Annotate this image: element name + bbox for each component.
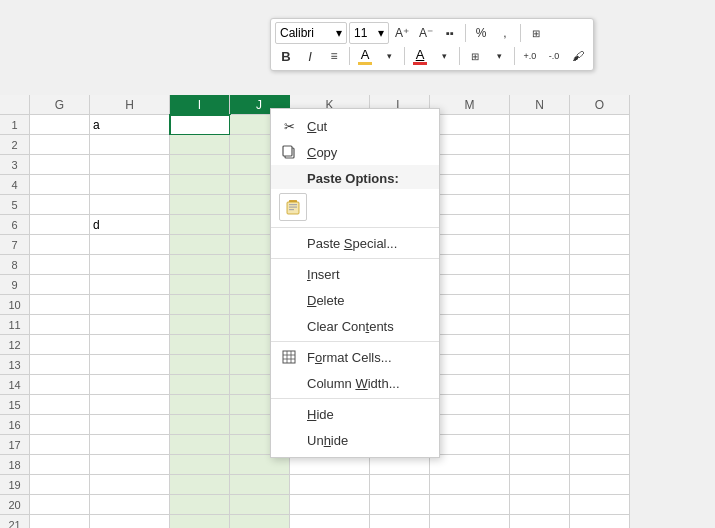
- font-size-selector[interactable]: 11 ▾: [349, 22, 389, 44]
- cell[interactable]: [170, 235, 230, 255]
- row-header[interactable]: 6: [0, 215, 30, 235]
- row-header[interactable]: 18: [0, 455, 30, 475]
- menu-item-format-cells[interactable]: Format Cells...: [271, 344, 439, 370]
- cell[interactable]: [510, 255, 570, 275]
- cell[interactable]: [30, 435, 90, 455]
- cell[interactable]: [510, 335, 570, 355]
- row-header[interactable]: 19: [0, 475, 30, 495]
- cell[interactable]: [510, 155, 570, 175]
- cell[interactable]: [510, 475, 570, 495]
- increase-decimal-button[interactable]: +.0: [519, 45, 541, 67]
- cell[interactable]: [170, 295, 230, 315]
- cell[interactable]: [170, 435, 230, 455]
- cell[interactable]: [570, 275, 630, 295]
- cell[interactable]: [90, 135, 170, 155]
- row-header[interactable]: 14: [0, 375, 30, 395]
- cell[interactable]: [570, 255, 630, 275]
- cell[interactable]: [30, 135, 90, 155]
- row-header[interactable]: 3: [0, 155, 30, 175]
- row-header[interactable]: 13: [0, 355, 30, 375]
- percent-button[interactable]: %: [470, 22, 492, 44]
- cell[interactable]: [430, 115, 510, 135]
- cell[interactable]: [570, 375, 630, 395]
- cell[interactable]: [230, 455, 290, 475]
- cell[interactable]: [290, 455, 370, 475]
- cell[interactable]: [510, 355, 570, 375]
- cell[interactable]: [430, 375, 510, 395]
- col-header-H[interactable]: H: [90, 95, 170, 115]
- cell[interactable]: [430, 495, 510, 515]
- cell[interactable]: [90, 295, 170, 315]
- cell[interactable]: [430, 255, 510, 275]
- cell[interactable]: [170, 375, 230, 395]
- cell[interactable]: [30, 395, 90, 415]
- cell[interactable]: [30, 175, 90, 195]
- col-header-M[interactable]: M: [430, 95, 510, 115]
- cell[interactable]: [430, 235, 510, 255]
- cell[interactable]: [430, 475, 510, 495]
- cell[interactable]: [30, 495, 90, 515]
- cell[interactable]: [510, 115, 570, 135]
- cell[interactable]: [430, 455, 510, 475]
- cell[interactable]: [430, 215, 510, 235]
- menu-item-cut[interactable]: ✂ Cut: [271, 113, 439, 139]
- cell[interactable]: [170, 135, 230, 155]
- cell[interactable]: [510, 195, 570, 215]
- cell[interactable]: [170, 515, 230, 528]
- row-header[interactable]: 5: [0, 195, 30, 215]
- cell[interactable]: [290, 495, 370, 515]
- menu-item-unhide[interactable]: Unhide: [271, 427, 439, 453]
- cell[interactable]: [370, 515, 430, 528]
- row-header[interactable]: 12: [0, 335, 30, 355]
- comma-button[interactable]: ,: [494, 22, 516, 44]
- cell[interactable]: [570, 395, 630, 415]
- fill-color-button[interactable]: A: [354, 47, 376, 65]
- cell[interactable]: [430, 175, 510, 195]
- cell[interactable]: [570, 335, 630, 355]
- row-header[interactable]: 10: [0, 295, 30, 315]
- row-header[interactable]: 1: [0, 115, 30, 135]
- decrease-decimal-button[interactable]: -.0: [543, 45, 565, 67]
- cell[interactable]: d: [90, 215, 170, 235]
- cell[interactable]: [30, 215, 90, 235]
- cell[interactable]: [170, 495, 230, 515]
- cell[interactable]: [90, 435, 170, 455]
- borders-dropdown[interactable]: ▾: [488, 45, 510, 67]
- font-color-button[interactable]: A: [409, 47, 431, 65]
- cell[interactable]: [90, 155, 170, 175]
- cell[interactable]: [170, 315, 230, 335]
- cell[interactable]: [170, 275, 230, 295]
- row-header[interactable]: 9: [0, 275, 30, 295]
- cell[interactable]: [170, 395, 230, 415]
- cell[interactable]: [510, 215, 570, 235]
- cell[interactable]: [170, 215, 230, 235]
- menu-item-clear-contents[interactable]: Clear Contents: [271, 313, 439, 339]
- col-header-I[interactable]: I: [170, 95, 230, 115]
- cell[interactable]: [570, 195, 630, 215]
- cell[interactable]: [90, 455, 170, 475]
- cell[interactable]: [430, 355, 510, 375]
- cell[interactable]: [30, 355, 90, 375]
- cell[interactable]: [430, 295, 510, 315]
- cell[interactable]: [30, 415, 90, 435]
- cell[interactable]: [430, 135, 510, 155]
- cell[interactable]: [30, 195, 90, 215]
- cell[interactable]: [90, 475, 170, 495]
- row-header[interactable]: 16: [0, 415, 30, 435]
- borders-button[interactable]: ⊞: [464, 45, 486, 67]
- cell[interactable]: [230, 515, 290, 528]
- cell[interactable]: [30, 275, 90, 295]
- increase-font-button[interactable]: A⁺: [391, 22, 413, 44]
- italic-button[interactable]: I: [299, 45, 321, 67]
- decrease-font-button[interactable]: A⁻: [415, 22, 437, 44]
- menu-item-hide[interactable]: Hide: [271, 401, 439, 427]
- cell[interactable]: [90, 495, 170, 515]
- row-header[interactable]: 21: [0, 515, 30, 528]
- row-header[interactable]: 4: [0, 175, 30, 195]
- col-header-N[interactable]: N: [510, 95, 570, 115]
- cell[interactable]: [430, 395, 510, 415]
- cell[interactable]: [30, 255, 90, 275]
- cell[interactable]: [230, 475, 290, 495]
- cell[interactable]: [90, 275, 170, 295]
- menu-item-paste-special[interactable]: Paste Special...: [271, 230, 439, 256]
